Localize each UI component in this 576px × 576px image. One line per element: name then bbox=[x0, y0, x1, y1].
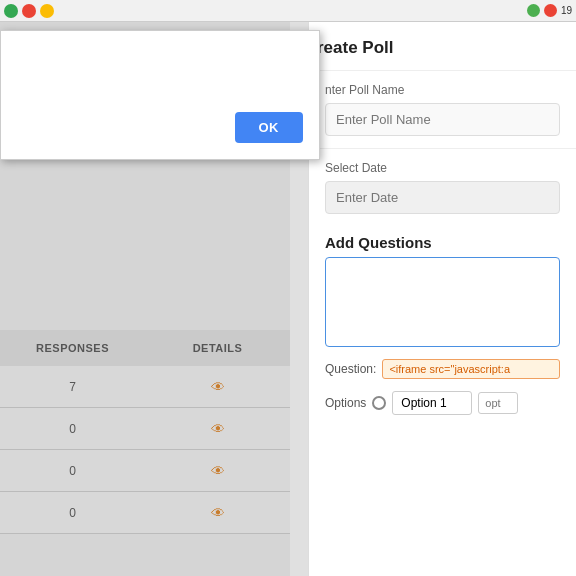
alert-dialog: OK bbox=[0, 30, 320, 160]
ok-button[interactable]: OK bbox=[235, 112, 304, 143]
eye-icon[interactable]: 👁 bbox=[211, 421, 225, 437]
poll-name-label: nter Poll Name bbox=[325, 83, 560, 97]
question-value: <iframe src="javascript:a bbox=[382, 359, 560, 379]
cell-details[interactable]: 👁 bbox=[145, 505, 290, 521]
table-row: 0 👁 bbox=[0, 408, 290, 450]
cell-details[interactable]: 👁 bbox=[145, 421, 290, 437]
date-input[interactable] bbox=[325, 181, 560, 214]
question-textarea[interactable] bbox=[325, 257, 560, 347]
table-row: 0 👁 bbox=[0, 492, 290, 534]
cell-responses: 0 bbox=[0, 422, 145, 436]
date-label: Select Date bbox=[325, 161, 560, 175]
cell-responses: 7 bbox=[0, 380, 145, 394]
create-poll-panel: reate Poll nter Poll Name Select Date Ad… bbox=[308, 22, 576, 576]
tab-number-badge: 19 bbox=[561, 5, 572, 16]
col-header-responses: RESPONSES bbox=[0, 342, 145, 354]
tab-icon-2 bbox=[544, 4, 557, 17]
eye-icon[interactable]: 👁 bbox=[211, 463, 225, 479]
cell-responses: 0 bbox=[0, 464, 145, 478]
options-row: Options bbox=[309, 387, 576, 419]
browser-bar: 19 bbox=[0, 0, 576, 22]
date-section: Select Date bbox=[309, 149, 576, 226]
options-key: Options bbox=[325, 396, 366, 410]
browser-icon-green bbox=[4, 4, 18, 18]
cell-details[interactable]: 👁 bbox=[145, 463, 290, 479]
question-key: Question: bbox=[325, 362, 376, 376]
create-poll-title: reate Poll bbox=[309, 22, 576, 71]
table-row: 7 👁 bbox=[0, 366, 290, 408]
browser-icon-orange bbox=[40, 4, 54, 18]
table-header: RESPONSES DETAILS bbox=[0, 330, 290, 366]
option2-input[interactable] bbox=[478, 392, 518, 414]
table-body: 7 👁 0 👁 0 👁 0 👁 bbox=[0, 366, 290, 534]
poll-name-input[interactable] bbox=[325, 103, 560, 136]
cell-details[interactable]: 👁 bbox=[145, 379, 290, 395]
eye-icon[interactable]: 👁 bbox=[211, 505, 225, 521]
browser-icon-red bbox=[22, 4, 36, 18]
eye-icon[interactable]: 👁 bbox=[211, 379, 225, 395]
cell-responses: 0 bbox=[0, 506, 145, 520]
poll-name-section: nter Poll Name bbox=[309, 71, 576, 148]
question-row: Question: <iframe src="javascript:a bbox=[309, 351, 576, 387]
tab-icon-1 bbox=[527, 4, 540, 17]
col-header-details: DETAILS bbox=[145, 342, 290, 354]
table-row: 0 👁 bbox=[0, 450, 290, 492]
option1-radio[interactable] bbox=[372, 396, 386, 410]
add-questions-label: Add Questions bbox=[309, 226, 576, 257]
option1-input[interactable] bbox=[392, 391, 472, 415]
